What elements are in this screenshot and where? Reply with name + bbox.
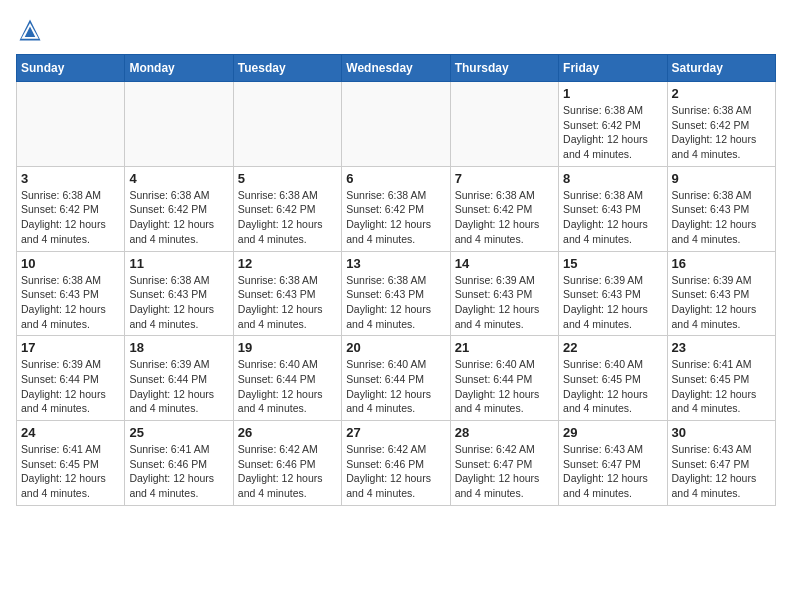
day-number: 5 — [238, 171, 337, 186]
day-info: Sunrise: 6:38 AMSunset: 6:43 PMDaylight:… — [21, 273, 120, 332]
day-number: 18 — [129, 340, 228, 355]
day-number: 26 — [238, 425, 337, 440]
calendar-cell: 19Sunrise: 6:40 AMSunset: 6:44 PMDayligh… — [233, 336, 341, 421]
day-number: 20 — [346, 340, 445, 355]
day-number: 8 — [563, 171, 662, 186]
day-number: 17 — [21, 340, 120, 355]
day-number: 12 — [238, 256, 337, 271]
calendar-cell: 15Sunrise: 6:39 AMSunset: 6:43 PMDayligh… — [559, 251, 667, 336]
calendar-cell: 11Sunrise: 6:38 AMSunset: 6:43 PMDayligh… — [125, 251, 233, 336]
day-number: 11 — [129, 256, 228, 271]
day-info: Sunrise: 6:38 AMSunset: 6:42 PMDaylight:… — [672, 103, 771, 162]
calendar-cell: 9Sunrise: 6:38 AMSunset: 6:43 PMDaylight… — [667, 166, 775, 251]
day-info: Sunrise: 6:38 AMSunset: 6:42 PMDaylight:… — [129, 188, 228, 247]
day-info: Sunrise: 6:38 AMSunset: 6:43 PMDaylight:… — [563, 188, 662, 247]
calendar-cell: 2Sunrise: 6:38 AMSunset: 6:42 PMDaylight… — [667, 82, 775, 167]
day-info: Sunrise: 6:39 AMSunset: 6:43 PMDaylight:… — [563, 273, 662, 332]
calendar-cell: 18Sunrise: 6:39 AMSunset: 6:44 PMDayligh… — [125, 336, 233, 421]
calendar-cell: 13Sunrise: 6:38 AMSunset: 6:43 PMDayligh… — [342, 251, 450, 336]
day-header-tuesday: Tuesday — [233, 55, 341, 82]
day-info: Sunrise: 6:40 AMSunset: 6:44 PMDaylight:… — [455, 357, 554, 416]
day-info: Sunrise: 6:41 AMSunset: 6:45 PMDaylight:… — [672, 357, 771, 416]
day-number: 7 — [455, 171, 554, 186]
day-number: 1 — [563, 86, 662, 101]
day-header-monday: Monday — [125, 55, 233, 82]
day-number: 16 — [672, 256, 771, 271]
day-number: 13 — [346, 256, 445, 271]
day-number: 27 — [346, 425, 445, 440]
calendar-cell: 7Sunrise: 6:38 AMSunset: 6:42 PMDaylight… — [450, 166, 558, 251]
day-number: 9 — [672, 171, 771, 186]
day-header-thursday: Thursday — [450, 55, 558, 82]
calendar-table: SundayMondayTuesdayWednesdayThursdayFrid… — [16, 54, 776, 506]
calendar-week-1: 1Sunrise: 6:38 AMSunset: 6:42 PMDaylight… — [17, 82, 776, 167]
day-header-friday: Friday — [559, 55, 667, 82]
calendar-cell — [17, 82, 125, 167]
day-number: 25 — [129, 425, 228, 440]
day-info: Sunrise: 6:43 AMSunset: 6:47 PMDaylight:… — [672, 442, 771, 501]
day-info: Sunrise: 6:38 AMSunset: 6:42 PMDaylight:… — [455, 188, 554, 247]
day-info: Sunrise: 6:38 AMSunset: 6:42 PMDaylight:… — [238, 188, 337, 247]
calendar-cell — [342, 82, 450, 167]
calendar-cell: 27Sunrise: 6:42 AMSunset: 6:46 PMDayligh… — [342, 421, 450, 506]
calendar-header-row: SundayMondayTuesdayWednesdayThursdayFrid… — [17, 55, 776, 82]
day-info: Sunrise: 6:39 AMSunset: 6:43 PMDaylight:… — [455, 273, 554, 332]
day-info: Sunrise: 6:42 AMSunset: 6:46 PMDaylight:… — [238, 442, 337, 501]
day-number: 3 — [21, 171, 120, 186]
calendar-cell: 20Sunrise: 6:40 AMSunset: 6:44 PMDayligh… — [342, 336, 450, 421]
logo-icon — [16, 16, 44, 44]
day-header-saturday: Saturday — [667, 55, 775, 82]
day-info: Sunrise: 6:41 AMSunset: 6:46 PMDaylight:… — [129, 442, 228, 501]
day-number: 4 — [129, 171, 228, 186]
calendar-cell: 25Sunrise: 6:41 AMSunset: 6:46 PMDayligh… — [125, 421, 233, 506]
calendar-week-2: 3Sunrise: 6:38 AMSunset: 6:42 PMDaylight… — [17, 166, 776, 251]
calendar-week-5: 24Sunrise: 6:41 AMSunset: 6:45 PMDayligh… — [17, 421, 776, 506]
calendar-week-3: 10Sunrise: 6:38 AMSunset: 6:43 PMDayligh… — [17, 251, 776, 336]
calendar-cell: 5Sunrise: 6:38 AMSunset: 6:42 PMDaylight… — [233, 166, 341, 251]
calendar-week-4: 17Sunrise: 6:39 AMSunset: 6:44 PMDayligh… — [17, 336, 776, 421]
day-number: 2 — [672, 86, 771, 101]
day-number: 29 — [563, 425, 662, 440]
day-info: Sunrise: 6:38 AMSunset: 6:43 PMDaylight:… — [346, 273, 445, 332]
day-info: Sunrise: 6:39 AMSunset: 6:44 PMDaylight:… — [129, 357, 228, 416]
calendar-cell: 29Sunrise: 6:43 AMSunset: 6:47 PMDayligh… — [559, 421, 667, 506]
calendar-cell: 21Sunrise: 6:40 AMSunset: 6:44 PMDayligh… — [450, 336, 558, 421]
calendar-cell: 16Sunrise: 6:39 AMSunset: 6:43 PMDayligh… — [667, 251, 775, 336]
calendar-body: 1Sunrise: 6:38 AMSunset: 6:42 PMDaylight… — [17, 82, 776, 506]
calendar-cell: 28Sunrise: 6:42 AMSunset: 6:47 PMDayligh… — [450, 421, 558, 506]
day-info: Sunrise: 6:39 AMSunset: 6:43 PMDaylight:… — [672, 273, 771, 332]
calendar-cell: 6Sunrise: 6:38 AMSunset: 6:42 PMDaylight… — [342, 166, 450, 251]
day-number: 21 — [455, 340, 554, 355]
day-number: 30 — [672, 425, 771, 440]
day-info: Sunrise: 6:38 AMSunset: 6:42 PMDaylight:… — [21, 188, 120, 247]
header — [16, 16, 776, 44]
day-info: Sunrise: 6:41 AMSunset: 6:45 PMDaylight:… — [21, 442, 120, 501]
day-number: 23 — [672, 340, 771, 355]
day-info: Sunrise: 6:38 AMSunset: 6:42 PMDaylight:… — [563, 103, 662, 162]
calendar-cell: 22Sunrise: 6:40 AMSunset: 6:45 PMDayligh… — [559, 336, 667, 421]
calendar-cell: 12Sunrise: 6:38 AMSunset: 6:43 PMDayligh… — [233, 251, 341, 336]
day-info: Sunrise: 6:40 AMSunset: 6:44 PMDaylight:… — [238, 357, 337, 416]
day-number: 22 — [563, 340, 662, 355]
calendar-cell: 23Sunrise: 6:41 AMSunset: 6:45 PMDayligh… — [667, 336, 775, 421]
day-header-sunday: Sunday — [17, 55, 125, 82]
calendar-cell: 30Sunrise: 6:43 AMSunset: 6:47 PMDayligh… — [667, 421, 775, 506]
calendar-cell: 8Sunrise: 6:38 AMSunset: 6:43 PMDaylight… — [559, 166, 667, 251]
calendar-cell: 26Sunrise: 6:42 AMSunset: 6:46 PMDayligh… — [233, 421, 341, 506]
day-info: Sunrise: 6:42 AMSunset: 6:47 PMDaylight:… — [455, 442, 554, 501]
calendar-cell: 4Sunrise: 6:38 AMSunset: 6:42 PMDaylight… — [125, 166, 233, 251]
day-number: 10 — [21, 256, 120, 271]
calendar-cell: 3Sunrise: 6:38 AMSunset: 6:42 PMDaylight… — [17, 166, 125, 251]
calendar-cell: 10Sunrise: 6:38 AMSunset: 6:43 PMDayligh… — [17, 251, 125, 336]
day-info: Sunrise: 6:39 AMSunset: 6:44 PMDaylight:… — [21, 357, 120, 416]
calendar-cell: 14Sunrise: 6:39 AMSunset: 6:43 PMDayligh… — [450, 251, 558, 336]
day-info: Sunrise: 6:43 AMSunset: 6:47 PMDaylight:… — [563, 442, 662, 501]
day-number: 15 — [563, 256, 662, 271]
day-info: Sunrise: 6:38 AMSunset: 6:43 PMDaylight:… — [238, 273, 337, 332]
day-info: Sunrise: 6:42 AMSunset: 6:46 PMDaylight:… — [346, 442, 445, 501]
day-info: Sunrise: 6:40 AMSunset: 6:44 PMDaylight:… — [346, 357, 445, 416]
day-info: Sunrise: 6:38 AMSunset: 6:42 PMDaylight:… — [346, 188, 445, 247]
calendar-cell: 17Sunrise: 6:39 AMSunset: 6:44 PMDayligh… — [17, 336, 125, 421]
day-number: 14 — [455, 256, 554, 271]
day-info: Sunrise: 6:38 AMSunset: 6:43 PMDaylight:… — [129, 273, 228, 332]
